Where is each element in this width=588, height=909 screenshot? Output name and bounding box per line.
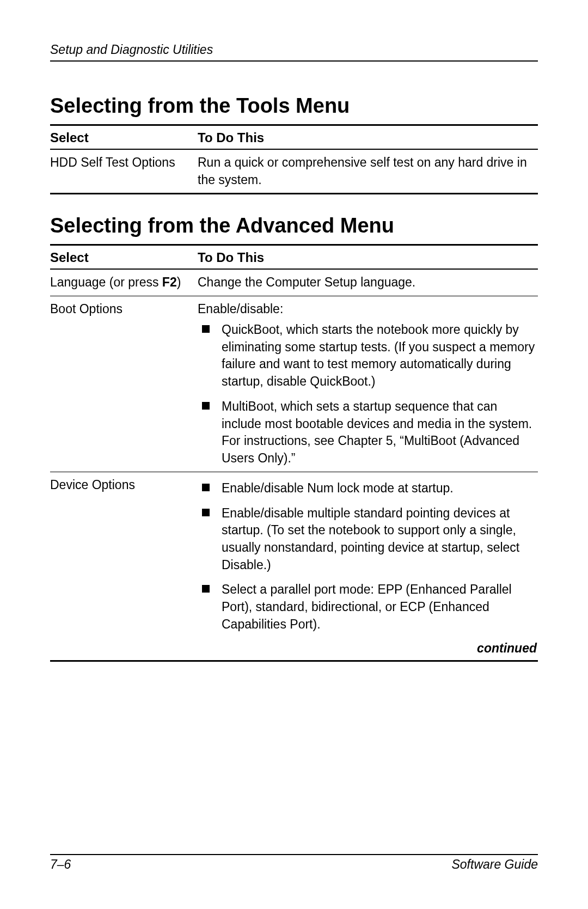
table-header: Select To Do This: [50, 126, 538, 150]
tools-table: Select To Do This HDD Self Test Options …: [50, 124, 538, 194]
cell-select: Device Options: [50, 477, 198, 633]
cell-todo: Run a quick or comprehensive self test o…: [198, 154, 538, 188]
cell-todo: Change the Computer Setup language.: [198, 274, 538, 291]
list-item: Select a parallel port mode: EPP (Enhanc…: [198, 581, 538, 633]
continued-label: continued: [50, 638, 538, 660]
list-item: Enable/disable multiple standard pointin…: [198, 505, 538, 574]
bullet-list: Enable/disable Num lock mode at startup.…: [198, 480, 538, 633]
running-header: Setup and Diagnostic Utilities: [50, 42, 538, 62]
page-number: 7–6: [50, 857, 71, 872]
list-item: Enable/disable Num lock mode at startup.: [198, 480, 538, 497]
table-row: Language (or press F2) Change the Comput…: [50, 270, 538, 296]
section-title-advanced: Selecting from the Advanced Menu: [50, 214, 538, 237]
table-row: Boot Options Enable/disable: QuickBoot, …: [50, 296, 538, 472]
table-header: Select To Do This: [50, 246, 538, 270]
cell-select: Boot Options: [50, 301, 198, 467]
page: Setup and Diagnostic Utilities Selecting…: [0, 0, 588, 909]
cell-select: HDD Self Test Options: [50, 154, 198, 188]
table-row: HDD Self Test Options Run a quick or com…: [50, 150, 538, 193]
guide-name: Software Guide: [451, 857, 538, 872]
list-item: QuickBoot, which starts the notebook mor…: [198, 321, 538, 391]
col-header-select: Select: [50, 250, 198, 265]
key-label: F2: [162, 275, 177, 289]
col-header-todo: To Do This: [198, 130, 538, 145]
cell-todo: Enable/disable: QuickBoot, which starts …: [198, 301, 538, 467]
cell-todo: Enable/disable Num lock mode at startup.…: [198, 477, 538, 633]
list-item: MultiBoot, which sets a startup sequence…: [198, 398, 538, 467]
col-header-todo: To Do This: [198, 250, 538, 265]
table-row: Device Options Enable/disable Num lock m…: [50, 472, 538, 638]
text: ): [177, 275, 181, 289]
page-footer: 7–6 Software Guide: [50, 854, 538, 872]
section-title-tools: Selecting from the Tools Menu: [50, 94, 538, 118]
text: Language (or press: [50, 275, 162, 289]
cell-select: Language (or press F2): [50, 274, 198, 291]
col-header-select: Select: [50, 130, 198, 145]
advanced-table: Select To Do This Language (or press F2)…: [50, 244, 538, 661]
intro-text: Enable/disable:: [198, 301, 538, 318]
bullet-list: QuickBoot, which starts the notebook mor…: [198, 321, 538, 467]
